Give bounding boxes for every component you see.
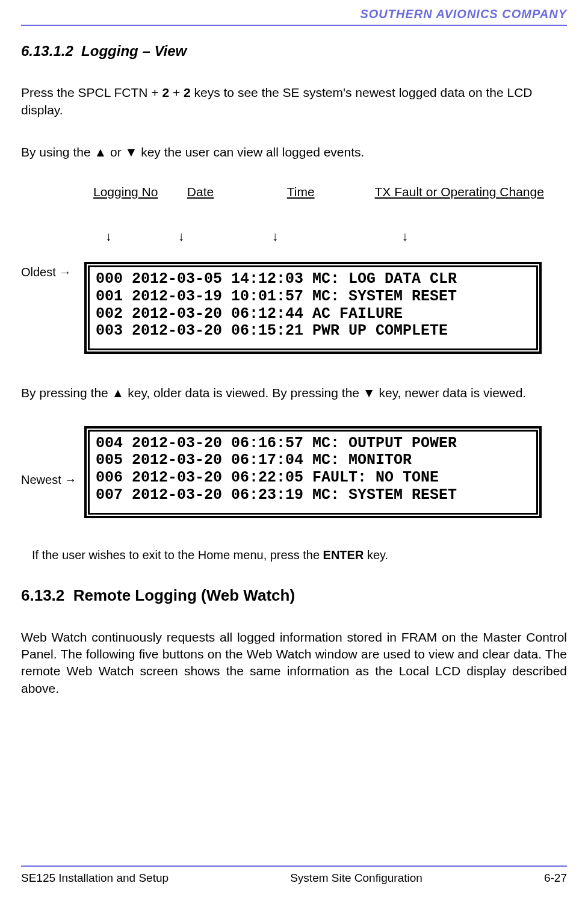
down-arrow-icon: ↓ bbox=[272, 229, 398, 244]
log-entry: 003 2012-03-20 06:15:21 PWR UP COMPLETE bbox=[96, 323, 530, 340]
log-entry: 006 2012-03-20 06:22:05 FAULT: NO TONE bbox=[96, 469, 530, 487]
column-header-fault: TX Fault or Operating Change bbox=[375, 185, 544, 199]
paragraph-older-newer: By pressing the ▲ key, older data is vie… bbox=[21, 384, 567, 401]
lcd-display-newest: 004 2012-03-20 06:16:57 MC: OUTPUT POWER… bbox=[84, 426, 542, 518]
lcd-inner: 004 2012-03-20 06:16:57 MC: OUTPUT POWER… bbox=[88, 430, 538, 515]
paragraph-web-watch: Web Watch continuously requests all logg… bbox=[21, 629, 567, 697]
section-heading-logging-view: 6.13.1.2 Logging – View bbox=[21, 43, 567, 60]
log-entry: 000 2012-03-05 14:12:03 MC: LOG DATA CLR bbox=[96, 271, 530, 288]
page-content: 6.13.1.2 Logging – View Press the SPCL F… bbox=[21, 43, 567, 697]
footer-right: 6-27 bbox=[544, 872, 567, 885]
oldest-label: Oldest → bbox=[21, 262, 84, 279]
column-header-time: Time bbox=[287, 185, 371, 199]
footer-left: SE125 Installation and Setup bbox=[21, 872, 169, 885]
enter-key-label: ENTER bbox=[323, 548, 364, 562]
log-entry: 001 2012-03-19 10:01:57 MC: SYSTEM RESET bbox=[96, 288, 530, 306]
down-arrow-icon: ↓ bbox=[105, 229, 175, 244]
newest-label: Newest → bbox=[21, 426, 84, 487]
section-title: Logging – View bbox=[81, 43, 187, 59]
lcd-inner: 000 2012-03-05 14:12:03 MC: LOG DATA CLR… bbox=[88, 265, 538, 350]
key-2-first: 2 bbox=[162, 85, 169, 99]
text-fragment: + bbox=[169, 85, 184, 99]
section-number: 6.13.2 bbox=[21, 586, 64, 604]
key-2-second: 2 bbox=[184, 85, 191, 99]
exit-note: If the user wishes to exit to the Home m… bbox=[32, 548, 567, 562]
page-footer: SE125 Installation and Setup System Site… bbox=[21, 865, 567, 885]
lcd-display-newest-wrapper: Newest → 004 2012-03-20 06:16:57 MC: OUT… bbox=[21, 426, 567, 518]
down-arrow-icon: ↓ bbox=[402, 229, 409, 244]
lcd-display-oldest-wrapper: Oldest → 000 2012-03-05 14:12:03 MC: LOG… bbox=[21, 262, 567, 354]
down-arrow-icon: ↓ bbox=[178, 229, 268, 244]
log-entry: 002 2012-03-20 06:12:44 AC FAILURE bbox=[96, 306, 530, 323]
log-entry: 004 2012-03-20 06:16:57 MC: OUTPUT POWER bbox=[96, 435, 530, 453]
paragraph-press-keys: Press the SPCL FCTN + 2 + 2 keys to see … bbox=[21, 84, 567, 119]
column-header-logging-no: Logging No bbox=[93, 185, 184, 199]
footer-center: System Site Configuration bbox=[290, 872, 422, 885]
text-fragment: Press the SPCL FCTN + bbox=[21, 85, 162, 99]
company-name: SOUTHERN AVIONICS COMPANY bbox=[360, 7, 567, 20]
log-entry: 007 2012-03-20 06:23:19 MC: SYSTEM RESET bbox=[96, 487, 530, 504]
column-header-date: Date bbox=[187, 185, 283, 199]
text-fragment: key. bbox=[364, 548, 388, 562]
arrows-row: ↓ ↓ ↓ ↓ bbox=[105, 229, 567, 244]
column-headers-row: Logging No Date Time TX Fault or Operati… bbox=[93, 185, 567, 199]
page-header: SOUTHERN AVIONICS COMPANY bbox=[21, 0, 567, 26]
section-title: Remote Logging (Web Watch) bbox=[73, 586, 295, 604]
paragraph-arrow-keys: By using the ▲ or ▼ key the user can vie… bbox=[21, 143, 567, 161]
lcd-display-oldest: 000 2012-03-05 14:12:03 MC: LOG DATA CLR… bbox=[84, 262, 542, 354]
text-fragment: If the user wishes to exit to the Home m… bbox=[32, 548, 323, 562]
section-heading-remote-logging: 6.13.2 Remote Logging (Web Watch) bbox=[21, 586, 567, 605]
log-entry: 005 2012-03-20 06:17:04 MC: MONITOR bbox=[96, 452, 530, 469]
section-number: 6.13.1.2 bbox=[21, 43, 73, 59]
